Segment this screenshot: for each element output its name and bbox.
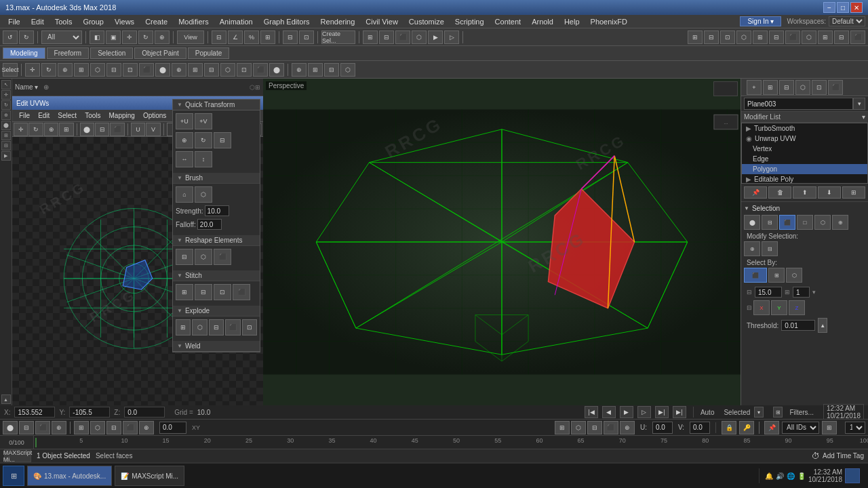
uv-menu-edit[interactable]: Edit [34,111,54,120]
explode-btn-2[interactable]: ⬡ [192,319,207,336]
mirror-button[interactable]: ⊟ [283,30,298,44]
ctx-b1[interactable]: ⊞ [74,63,89,77]
reshape-btn-1[interactable]: ⊟ [176,249,193,265]
uv-menu-tools[interactable]: Tools [81,111,104,120]
sel-by-smooth-btn[interactable]: ⊞ [768,268,785,283]
threshold-spin-up[interactable]: ▲ [818,318,827,333]
menu-civil-view[interactable]: Civil View [360,16,403,27]
ctx-b2[interactable]: ⬡ [90,63,105,77]
collapse-btn[interactable]: ⊞ [842,186,865,199]
ctx-b15[interactable]: ⊞ [308,63,323,77]
transport-last[interactable]: ▶| [673,406,686,418]
uv-bottom-btn-9[interactable]: ⊕ [139,421,154,434]
extra-btn-5[interactable]: ⊞ [753,30,768,44]
uv-bottom-btn-1[interactable]: ⬤ [3,421,18,434]
menu-rendering[interactable]: Rendering [315,16,361,27]
zoom-field-btn[interactable]: ⊞ [822,421,837,434]
viewport-corner-panel[interactable] [713,81,738,96]
move-mod-up-btn[interactable]: ⬆ [793,186,816,199]
menu-content[interactable]: Content [490,16,527,27]
modifier-polygon[interactable]: Polygon [742,164,867,174]
qt-scale-btn[interactable]: ⊕ [176,132,193,148]
minimize-button[interactable]: − [823,2,835,13]
selection-section-header[interactable]: ▼ Selection [744,205,865,212]
sidebar-btn-bottom[interactable]: ▲ [1,394,11,404]
uv-menu-file[interactable]: File [15,111,34,120]
filter-btn[interactable]: ⊞ [773,407,783,418]
sidebar-btn-7[interactable]: ⊟ [1,141,11,150]
create-geometry-icon[interactable]: + [747,80,762,95]
numeric-field-input[interactable] [755,287,782,298]
uv-bottom-right-btn-4[interactable]: ⬛ [604,421,618,434]
tab-object-paint[interactable]: Object Paint [134,47,186,59]
snap-toggle-button[interactable]: ⊟ [212,30,226,44]
menu-graph-editors[interactable]: Graph Editors [258,16,315,27]
ctx-b5[interactable]: ⬛ [139,63,154,77]
shrink-sel-btn[interactable]: ⊟ [762,241,778,256]
uv-bottom-right-btn-1[interactable]: ⊞ [555,421,570,434]
plane-name-input[interactable] [744,98,853,110]
strength-input[interactable] [205,205,229,216]
tab-freeform[interactable]: Freeform [47,47,90,59]
sel-edge-btn[interactable]: ⊟ [762,215,778,230]
ctx-b7[interactable]: ⊕ [172,63,186,77]
menu-animation[interactable]: Animation [214,16,258,27]
extra-btn-6[interactable]: ⊟ [769,30,784,44]
pin-btn-btm[interactable]: 📌 [764,421,779,434]
extra-btn-4[interactable]: ⬡ [736,30,751,44]
rotate-button[interactable]: ↻ [138,30,153,44]
uv-bottom-btn-4[interactable]: ⊕ [52,421,66,434]
explode-btn-4[interactable]: ⬛ [225,319,240,336]
qt-flipv-btn[interactable]: ↕ [195,151,212,167]
maxscript-mini[interactable]: MAXScript Mi... [4,449,31,462]
select-object-button[interactable]: ◧ [90,30,104,44]
qt-mirror-btn[interactable]: ⊟ [214,132,231,148]
ctx-b9[interactable]: ⊟ [204,63,219,77]
transport-first[interactable]: |◀ [585,406,598,418]
falloff-input[interactable] [197,219,222,230]
context-btn-1[interactable]: Select [3,63,18,77]
all-ids-select[interactable]: All IDs [782,422,819,434]
extra-btn-1[interactable]: ⊞ [688,30,703,44]
render-setup-button[interactable]: ⬡ [412,30,427,44]
modify-icon[interactable]: ⊞ [763,80,778,95]
sidebar-btn-6[interactable]: ⊞ [1,131,11,140]
weld-header[interactable]: ▼ Weld [173,341,260,352]
stitch-btn-4[interactable]: ⬛ [233,284,250,300]
extra-btn-8[interactable]: ⬡ [802,30,816,44]
uv-btn-1[interactable]: U [131,123,145,136]
render-production-button[interactable]: ▷ [444,30,459,44]
uv-bottom-right-btn-2[interactable]: ⬡ [571,421,586,434]
move-button[interactable]: ✛ [122,30,137,44]
ctx-b14[interactable]: ⊕ [292,63,307,77]
menu-file[interactable]: File [3,16,26,27]
z-axis-btn[interactable]: Z [789,300,805,315]
sel-extra-btn[interactable]: ⊕ [832,215,848,230]
explode-btn-1[interactable]: ⊞ [176,319,191,336]
sel-by-poly-btn[interactable]: ⬛ [744,268,767,283]
uv-u-input[interactable] [652,422,673,434]
qt-rotate-btn[interactable]: ↻ [195,132,212,148]
menu-customize[interactable]: Customize [403,16,450,27]
sel-vertex-btn[interactable]: ⬤ [744,215,760,230]
uv-v-input[interactable] [690,422,710,434]
material-editor-button[interactable]: ⬛ [395,30,410,44]
view-button[interactable]: View [177,30,204,44]
sign-in-button[interactable]: Sign In ▾ [740,16,781,26]
sidebar-btn-2[interactable]: ✛ [1,90,11,100]
quick-transform-header[interactable]: ▼ Quick Transform [173,100,260,110]
uv-bottom-btn-7[interactable]: ⊟ [106,421,121,434]
brush-relax-btn[interactable]: ⌂ [176,186,193,203]
uv-move-btn[interactable]: ✛ [14,123,28,136]
pin-btn[interactable]: 📌 [744,186,767,199]
ctx-rotate[interactable]: ↻ [41,63,56,77]
explode-header[interactable]: ▼ Explode [173,306,260,317]
menu-phoenixfd[interactable]: PhoenixFD [585,16,633,27]
sel-by-color-btn[interactable]: ⬡ [786,268,802,283]
numeric-field-input-2[interactable] [793,287,810,298]
ctx-b8[interactable]: ⊞ [188,63,203,77]
uv-vertex-sel[interactable]: ⬤ [80,123,94,136]
ctx-b12[interactable]: ⬛ [253,63,268,77]
redo-button[interactable]: ↻ [19,30,34,44]
menu-create[interactable]: Create [140,16,173,27]
